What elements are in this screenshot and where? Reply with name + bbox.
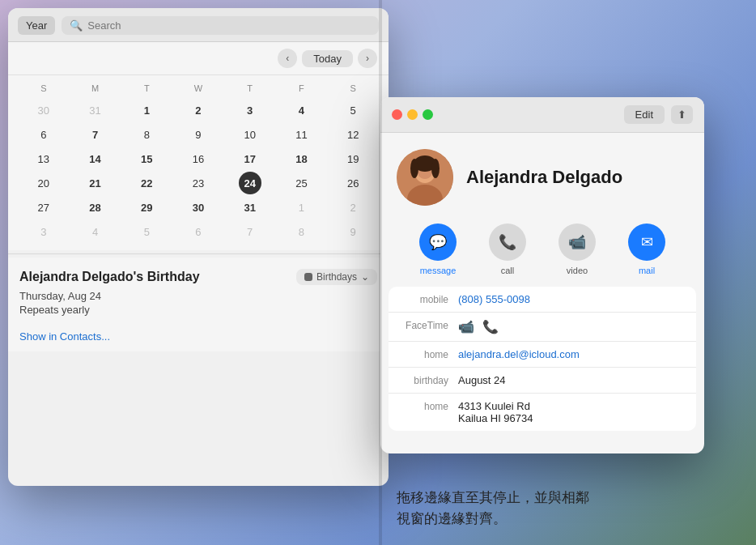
calendar-cell[interactable]: 12 bbox=[342, 123, 364, 146]
close-button[interactable] bbox=[392, 109, 402, 120]
calendar-cell[interactable]: 5 bbox=[135, 220, 158, 243]
birthday-dot bbox=[304, 273, 312, 281]
mail-label: mail bbox=[639, 266, 655, 275]
info-row-facetime: FaceTime 📹 📞 bbox=[389, 313, 696, 342]
message-action-button[interactable]: 💬 message bbox=[419, 224, 457, 275]
year-button[interactable]: Year bbox=[18, 16, 55, 35]
calendar-cell[interactable]: 9 bbox=[187, 123, 210, 146]
calendar-cell[interactable]: 4 bbox=[84, 220, 107, 243]
calendar-cell[interactable]: 3 bbox=[239, 99, 261, 121]
calendar-cell[interactable]: 30 bbox=[187, 196, 210, 219]
info-row-email: home alejandra.del@icloud.com bbox=[389, 342, 696, 368]
calendar-cell[interactable]: 1 bbox=[135, 99, 158, 121]
calendar-cell[interactable]: 13 bbox=[32, 147, 55, 170]
mobile-label: mobile bbox=[400, 293, 458, 305]
calendar-cell[interactable]: 5 bbox=[342, 99, 364, 121]
facetime-phone-icon[interactable]: 📞 bbox=[482, 319, 499, 334]
avatar-svg bbox=[397, 149, 453, 206]
calendar-cell[interactable]: 27 bbox=[32, 196, 55, 219]
avatar bbox=[397, 149, 453, 206]
calendar-cell[interactable]: 31 bbox=[84, 99, 107, 121]
caption-line1: 拖移邊緣直至其停止，並與相鄰 bbox=[397, 490, 589, 505]
message-icon-circle: 💬 bbox=[419, 224, 457, 261]
calendar-cell[interactable]: 2 bbox=[187, 99, 210, 121]
call-icon: 📞 bbox=[499, 233, 516, 251]
contact-action-row: 💬 message 📞 call 📹 video ✉ mail bbox=[380, 217, 704, 287]
svg-point-7 bbox=[431, 159, 440, 178]
calendar-cell[interactable]: 31 bbox=[239, 196, 261, 219]
calendar-cell[interactable]: 29 bbox=[135, 196, 158, 219]
calendar-cell[interactable]: 8 bbox=[135, 123, 158, 146]
call-action-button[interactable]: 📞 call bbox=[489, 224, 526, 275]
email-value[interactable]: alejandra.del@icloud.com bbox=[458, 348, 685, 360]
calendar-cell[interactable]: 10 bbox=[239, 123, 261, 146]
call-label: call bbox=[501, 266, 515, 275]
calendar-grid: S M T W T F S 30311234567891011121314151… bbox=[8, 75, 389, 250]
calendar-cell[interactable]: 9 bbox=[342, 220, 364, 243]
calendar-cell[interactable]: 7 bbox=[239, 220, 261, 243]
calendar-cell[interactable]: 26 bbox=[342, 172, 364, 194]
calendar-window: Year 🔍 ‹ Today › S M T W T F S 303112345… bbox=[8, 8, 389, 486]
edit-button[interactable]: Edit bbox=[624, 105, 665, 124]
calendar-cell[interactable]: 7 bbox=[84, 123, 107, 146]
calendar-nav: ‹ Today › bbox=[8, 42, 389, 75]
contact-window: Edit ⬆ bbox=[380, 97, 704, 453]
calendar-cell[interactable]: 18 bbox=[290, 147, 312, 170]
next-month-button[interactable]: › bbox=[358, 49, 377, 68]
event-title-row: Alejandra Delgado's Birthday Birthdays ⌄ bbox=[19, 269, 377, 285]
caption-line2: 視窗的邊緣對齊。 bbox=[397, 511, 507, 526]
calendar-cell[interactable]: 30 bbox=[32, 99, 55, 121]
resize-handle[interactable] bbox=[379, 0, 382, 545]
calendar-cell[interactable]: 23 bbox=[187, 172, 210, 194]
share-icon: ⬆ bbox=[677, 109, 686, 121]
calendar-cell[interactable]: 11 bbox=[290, 123, 312, 146]
birthday-label: birthday bbox=[400, 374, 458, 386]
calendar-cell[interactable]: 15 bbox=[135, 147, 158, 170]
calendar-cell[interactable]: 20 bbox=[32, 172, 55, 194]
info-row-birthday: birthday August 24 bbox=[389, 368, 696, 394]
day-header-sun: S bbox=[18, 82, 70, 95]
search-input[interactable] bbox=[87, 19, 371, 32]
contact-header: Alejandra Delgado bbox=[380, 133, 704, 217]
calendar-cell[interactable]: 17 bbox=[239, 147, 261, 170]
calendar-toolbar: Year 🔍 bbox=[8, 8, 389, 42]
contact-window-actions: Edit ⬆ bbox=[624, 105, 693, 124]
day-header-fri: F bbox=[276, 82, 328, 95]
birthdays-chevron: ⌄ bbox=[361, 271, 369, 283]
birthdays-badge[interactable]: Birthdays ⌄ bbox=[296, 269, 377, 285]
day-header-wed: W bbox=[172, 82, 224, 95]
maximize-button[interactable] bbox=[423, 109, 433, 120]
contact-titlebar: Edit ⬆ bbox=[380, 97, 704, 133]
today-button[interactable]: Today bbox=[302, 50, 353, 67]
prev-month-button[interactable]: ‹ bbox=[278, 49, 297, 68]
calendar-cell[interactable]: 19 bbox=[342, 147, 364, 170]
calendar-cell[interactable]: 3 bbox=[32, 220, 55, 243]
calendar-cell[interactable]: 22 bbox=[135, 172, 158, 194]
video-action-button[interactable]: 📹 video bbox=[559, 224, 596, 275]
calendar-divider bbox=[8, 253, 389, 254]
day-header-mon: M bbox=[70, 82, 121, 95]
calendar-cell[interactable]: 28 bbox=[84, 196, 107, 219]
mobile-value[interactable]: (808) 555-0098 bbox=[458, 293, 685, 305]
calendar-cell[interactable]: 8 bbox=[290, 220, 312, 243]
calendar-cell[interactable]: 25 bbox=[290, 172, 312, 194]
calendar-cell[interactable]: 16 bbox=[187, 147, 210, 170]
calendar-cell[interactable]: 21 bbox=[84, 172, 107, 194]
calendar-cell[interactable]: 24 bbox=[239, 172, 261, 194]
share-button[interactable]: ⬆ bbox=[671, 105, 693, 124]
minimize-button[interactable] bbox=[407, 109, 418, 120]
home-email-label: home bbox=[400, 348, 458, 360]
calendar-cell[interactable]: 1 bbox=[290, 196, 312, 219]
video-icon-circle: 📹 bbox=[559, 224, 596, 261]
calendar-cell[interactable]: 6 bbox=[32, 123, 55, 146]
mail-action-button[interactable]: ✉ mail bbox=[628, 224, 665, 275]
calendar-cell[interactable]: 14 bbox=[84, 147, 107, 170]
event-detail: Alejandra Delgado's Birthday Birthdays ⌄… bbox=[8, 258, 389, 351]
calendar-cell[interactable]: 2 bbox=[342, 196, 364, 219]
video-icon: 📹 bbox=[568, 233, 586, 251]
facetime-video-icon[interactable]: 📹 bbox=[458, 319, 474, 334]
calendar-cell[interactable]: 6 bbox=[187, 220, 210, 243]
calendar-cell[interactable]: 4 bbox=[290, 99, 312, 121]
home-address-label: home bbox=[400, 400, 458, 412]
show-contacts-link[interactable]: Show in Contacts... bbox=[19, 330, 110, 343]
